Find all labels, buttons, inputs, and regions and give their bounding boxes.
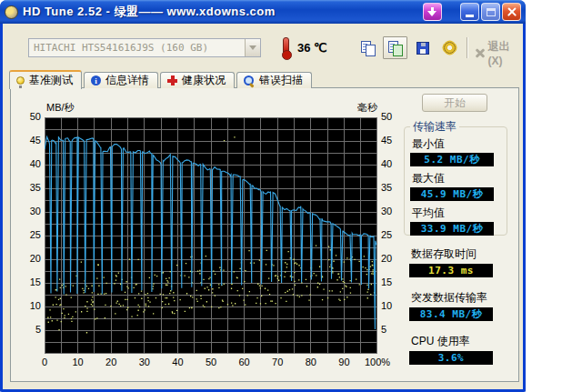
down-arrow-icon [427, 7, 437, 17]
right-axis-tick: 30 [381, 206, 410, 216]
exit-button[interactable]: 退出(X) [475, 39, 523, 67]
copy-image-button[interactable] [383, 36, 407, 59]
minimize-icon [466, 15, 474, 17]
stat-label: 平均值 [412, 206, 507, 221]
tab-health-cross[interactable]: 健康状况 [160, 72, 235, 88]
maximize-button[interactable] [481, 3, 500, 21]
copy-icon [361, 41, 375, 55]
stat-readout: 33.9 MB/秒 [410, 222, 494, 236]
tab-label: 信息详情 [105, 73, 149, 88]
left-axis-tick: 45 [12, 135, 41, 146]
options-button[interactable] [437, 36, 462, 59]
x-axis-tick: 30 [126, 357, 163, 367]
stat-label: 最大值 [412, 171, 507, 186]
tab-info[interactable]: i信息详情 [84, 72, 158, 88]
toolbar-buttons [356, 36, 462, 59]
maximize-icon [487, 8, 496, 16]
chevron-down-icon [249, 45, 256, 50]
hdtune-window: HD Tune 2.52 - 绿盟—— www.xdowns.com HITAC… [0, 0, 526, 392]
stat-readout: 83.4 MB/秒 [409, 307, 493, 321]
right-axis-title: 毫秒 [338, 101, 377, 115]
left-axis-tick: 30 [12, 206, 41, 216]
tab-lightbulb[interactable]: 基准测试 [9, 70, 82, 89]
tab-label: 健康状况 [182, 73, 226, 88]
drive-select-value: HITACHI HTS541616J9S (160 GB) [29, 42, 245, 54]
left-axis-tick: 5 [12, 324, 41, 335]
right-axis-tick: 20 [381, 253, 410, 264]
exit-x-icon [475, 48, 486, 59]
stat-label: CPU 使用率 [411, 334, 513, 349]
right-axis-tick: 25 [381, 229, 410, 240]
app-icon [5, 5, 18, 19]
x-axis-tick: 80 [293, 357, 329, 367]
stat-label: 数据存取时间 [411, 246, 513, 262]
desktop-background: HD Tune 2.52 - 绿盟—— www.xdowns.com HITAC… [0, 0, 582, 392]
start-button[interactable]: 开始 [422, 94, 487, 112]
info-icon: i [91, 75, 101, 85]
right-axis-tick: 40 [381, 158, 410, 169]
benchmark-tab-page: MB/秒 毫秒 开始 传输速率 最小值5.2 MB/秒最大值45.9 MB/秒平… [10, 87, 519, 382]
lightbulb-icon [16, 76, 25, 85]
copy-image-icon [388, 41, 402, 55]
extra-stats: 数据存取时间17.3 ms突发数据传输率83.4 MB/秒CPU 使用率3.6% [404, 239, 513, 365]
benchmark-chart [45, 117, 377, 354]
left-axis-tick: 50 [12, 111, 41, 122]
drive-select[interactable]: HITACHI HTS541616J9S (160 GB) [28, 38, 261, 57]
right-axis-tick: 45 [381, 135, 410, 146]
stat-readout: 5.2 MB/秒 [410, 153, 494, 166]
close-icon [507, 6, 517, 17]
right-axis-tick: 50 [381, 111, 410, 122]
stat-readout: 45.9 MB/秒 [410, 187, 494, 201]
download-button[interactable] [423, 3, 442, 21]
copy-button[interactable] [356, 36, 380, 59]
transfer-rate-group-title: 传输速率 [410, 119, 459, 135]
tab-bar: 基准测试i信息详情健康状况错误扫描 [9, 70, 312, 88]
left-axis-tick: 15 [12, 276, 41, 287]
save-icon [416, 42, 429, 55]
thermometer-icon [283, 37, 289, 53]
left-axis-tick: 40 [12, 158, 41, 169]
stat-readout: 3.6% [409, 351, 493, 365]
stat-readout: 17.3 ms [409, 264, 493, 277]
x-axis-tick: 60 [226, 357, 263, 367]
toolbar-separator [467, 37, 468, 58]
exit-label: 退出(X) [488, 39, 523, 67]
x-axis-tick: 0 [26, 357, 63, 367]
left-axis-tick: 35 [12, 182, 41, 193]
tab-label: 错误扫描 [259, 73, 303, 88]
drive-select-dropdown-button[interactable] [245, 39, 260, 56]
stat-label: 最小值 [412, 136, 507, 152]
chart-plot-area [45, 117, 377, 354]
titlebar-buttons [423, 3, 521, 21]
left-axis-tick: 10 [12, 300, 41, 311]
x-axis-tick: 40 [159, 357, 196, 367]
x-axis-tick: 90 [326, 357, 362, 367]
x-axis-tick: 10 [60, 357, 96, 367]
titlebar[interactable]: HD Tune 2.52 - 绿盟—— www.xdowns.com [0, 0, 526, 24]
minimize-button[interactable] [460, 3, 479, 21]
options-icon [444, 42, 456, 54]
health-cross-icon [167, 75, 177, 85]
left-axis-title: MB/秒 [46, 101, 75, 115]
magnifier-icon [244, 75, 255, 86]
x-axis-tick: 100% [359, 357, 396, 367]
right-axis-tick: 10 [381, 300, 410, 311]
left-axis-tick: 25 [12, 229, 41, 240]
save-button[interactable] [410, 36, 435, 59]
x-axis-tick: 70 [259, 357, 296, 367]
right-axis-tick: 15 [381, 276, 410, 287]
right-axis-tick: 5 [381, 324, 410, 335]
tab-magnifier[interactable]: 错误扫描 [236, 72, 312, 88]
left-axis-tick: 20 [12, 253, 41, 264]
right-axis-tick: 35 [381, 182, 410, 193]
transfer-rate-group: 传输速率 最小值5.2 MB/秒最大值45.9 MB/秒平均值33.9 MB/秒 [404, 119, 507, 236]
x-axis-tick: 50 [193, 357, 229, 367]
window-title: HD Tune 2.52 - 绿盟—— www.xdowns.com [23, 4, 418, 20]
close-button[interactable] [502, 3, 521, 21]
tab-label: 基准测试 [29, 73, 73, 88]
x-axis-tick: 20 [93, 357, 129, 367]
stat-label: 突发数据传输率 [411, 290, 513, 306]
temperature-value: 36 ℃ [297, 41, 327, 55]
